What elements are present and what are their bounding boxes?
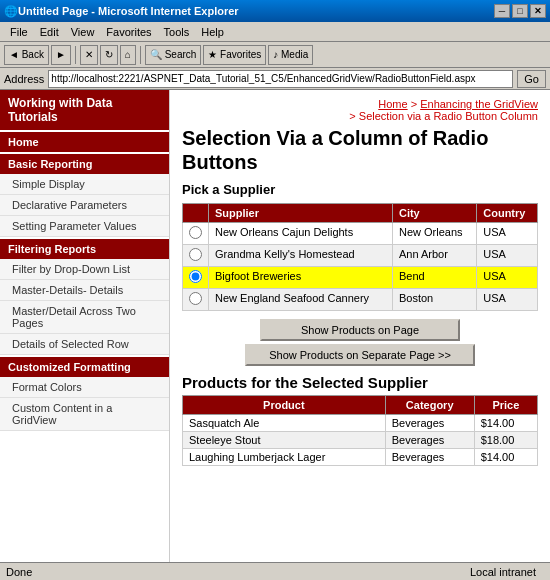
product-row: Steeleye Stout Beverages $18.00 (183, 432, 538, 449)
stop-button[interactable]: ✕ (80, 45, 98, 65)
supplier-radio-0[interactable] (189, 226, 202, 239)
refresh-button[interactable]: ↻ (100, 45, 118, 65)
page-heading: Selection Via a Column of Radio Buttons (182, 126, 538, 174)
menu-edit[interactable]: Edit (34, 24, 65, 40)
sidebar-item-setting-parameter-values[interactable]: Setting Parameter Values (0, 216, 169, 237)
close-button[interactable]: ✕ (530, 4, 546, 18)
sidebar-section-filtering-reports[interactable]: Filtering Reports (0, 239, 169, 259)
toolbar-separator-2 (140, 46, 141, 64)
media-button[interactable]: ♪ Media (268, 45, 313, 65)
sidebar-item-filter-dropdown[interactable]: Filter by Drop-Down List (0, 259, 169, 280)
show-products-page-button[interactable]: Show Products on Page (260, 319, 460, 341)
menu-file[interactable]: File (4, 24, 34, 40)
content-area: Home > Enhancing the GridView > Selectio… (170, 90, 550, 562)
supplier-city: Ann Arbor (392, 245, 476, 267)
supplier-radio-1[interactable] (189, 248, 202, 261)
supplier-radio-3[interactable] (189, 292, 202, 305)
menu-view[interactable]: View (65, 24, 101, 40)
sidebar-item-details-selected-row[interactable]: Details of Selected Row (0, 334, 169, 355)
address-input[interactable] (48, 70, 513, 88)
product-category: Beverages (385, 415, 474, 432)
product-price: $14.00 (474, 415, 537, 432)
product-price: $18.00 (474, 432, 537, 449)
sidebar-item-simple-display[interactable]: Simple Display (0, 174, 169, 195)
product-name: Steeleye Stout (183, 432, 386, 449)
back-button[interactable]: ◄ Back (4, 45, 49, 65)
col-price: Price (474, 396, 537, 415)
action-buttons: Show Products on Page Show Products on S… (182, 319, 538, 366)
col-product: Product (183, 396, 386, 415)
col-select (183, 204, 209, 223)
supplier-table: Supplier City Country New Orleans Cajun … (182, 203, 538, 311)
product-row: Laughing Lumberjack Lager Beverages $14.… (183, 449, 538, 466)
supplier-name: Grandma Kelly's Homestead (209, 245, 393, 267)
address-label: Address (4, 73, 44, 85)
supplier-city: Boston (392, 289, 476, 311)
product-name: Laughing Lumberjack Lager (183, 449, 386, 466)
toolbar: ◄ Back ► ✕ ↻ ⌂ 🔍 Search ★ Favorites ♪ Me… (0, 42, 550, 68)
supplier-name: Bigfoot Breweries (209, 267, 393, 289)
products-table: Product Category Price Sasquatch Ale Bev… (182, 395, 538, 466)
col-city: City (392, 204, 476, 223)
sidebar-item-custom-content[interactable]: Custom Content in a GridView (0, 398, 169, 431)
menu-tools[interactable]: Tools (158, 24, 196, 40)
window-title: Untitled Page - Microsoft Internet Explo… (18, 5, 239, 17)
table-row: New Orleans Cajun Delights New Orleans U… (183, 223, 538, 245)
supplier-country: USA (477, 289, 538, 311)
main-container: Working with Data Tutorials Home Basic R… (0, 90, 550, 562)
supplier-radio-2[interactable] (189, 270, 202, 283)
breadcrumb-home[interactable]: Home (378, 98, 407, 110)
supplier-name: New England Seafood Cannery (209, 289, 393, 311)
sidebar-title: Working with Data Tutorials (0, 90, 169, 130)
supplier-country: USA (477, 267, 538, 289)
title-bar: 🌐 Untitled Page - Microsoft Internet Exp… (0, 0, 550, 22)
table-row: Grandma Kelly's Homestead Ann Arbor USA (183, 245, 538, 267)
supplier-city: Bend (392, 267, 476, 289)
col-country: Country (477, 204, 538, 223)
col-supplier: Supplier (209, 204, 393, 223)
products-heading: Products for the Selected Supplier (182, 374, 538, 391)
status-zone: Local intranet (470, 566, 544, 578)
supplier-city: New Orleans (392, 223, 476, 245)
supplier-name: New Orleans Cajun Delights (209, 223, 393, 245)
supplier-section-heading: Pick a Supplier (182, 182, 538, 197)
sidebar-item-format-colors[interactable]: Format Colors (0, 377, 169, 398)
show-products-separate-button[interactable]: Show Products on Separate Page >> (245, 344, 475, 366)
home-button[interactable]: ⌂ (120, 45, 136, 65)
sidebar-section-basic-reporting[interactable]: Basic Reporting (0, 154, 169, 174)
favorites-button[interactable]: ★ Favorites (203, 45, 266, 65)
product-category: Beverages (385, 449, 474, 466)
menu-help[interactable]: Help (195, 24, 230, 40)
sidebar-item-declarative-parameters[interactable]: Declarative Parameters (0, 195, 169, 216)
toolbar-separator-1 (75, 46, 76, 64)
product-name: Sasquatch Ale (183, 415, 386, 432)
window-icon: 🌐 (4, 5, 18, 18)
product-category: Beverages (385, 432, 474, 449)
table-row: New England Seafood Cannery Boston USA (183, 289, 538, 311)
window-controls: ─ □ ✕ (494, 4, 546, 18)
sidebar-section-home[interactable]: Home (0, 132, 169, 152)
supplier-country: USA (477, 245, 538, 267)
status-text: Done (6, 566, 32, 578)
go-button[interactable]: Go (517, 70, 546, 88)
product-price: $14.00 (474, 449, 537, 466)
breadcrumb: Home > Enhancing the GridView > Selectio… (182, 98, 538, 122)
col-category: Category (385, 396, 474, 415)
forward-button[interactable]: ► (51, 45, 71, 65)
maximize-button[interactable]: □ (512, 4, 528, 18)
sidebar-section-customized-formatting[interactable]: Customized Formatting (0, 357, 169, 377)
menu-bar: File Edit View Favorites Tools Help (0, 22, 550, 42)
table-row: Bigfoot Breweries Bend USA (183, 267, 538, 289)
address-bar: Address Go (0, 68, 550, 90)
breadcrumb-current: Selection via a Radio Button Column (359, 110, 538, 122)
breadcrumb-section[interactable]: Enhancing the GridView (420, 98, 538, 110)
status-bar: Done Local intranet (0, 562, 550, 580)
menu-favorites[interactable]: Favorites (100, 24, 157, 40)
sidebar-item-master-detail-across[interactable]: Master/Detail Across Two Pages (0, 301, 169, 334)
search-button[interactable]: 🔍 Search (145, 45, 201, 65)
sidebar: Working with Data Tutorials Home Basic R… (0, 90, 170, 562)
minimize-button[interactable]: ─ (494, 4, 510, 18)
sidebar-item-master-details[interactable]: Master-Details- Details (0, 280, 169, 301)
supplier-country: USA (477, 223, 538, 245)
product-row: Sasquatch Ale Beverages $14.00 (183, 415, 538, 432)
